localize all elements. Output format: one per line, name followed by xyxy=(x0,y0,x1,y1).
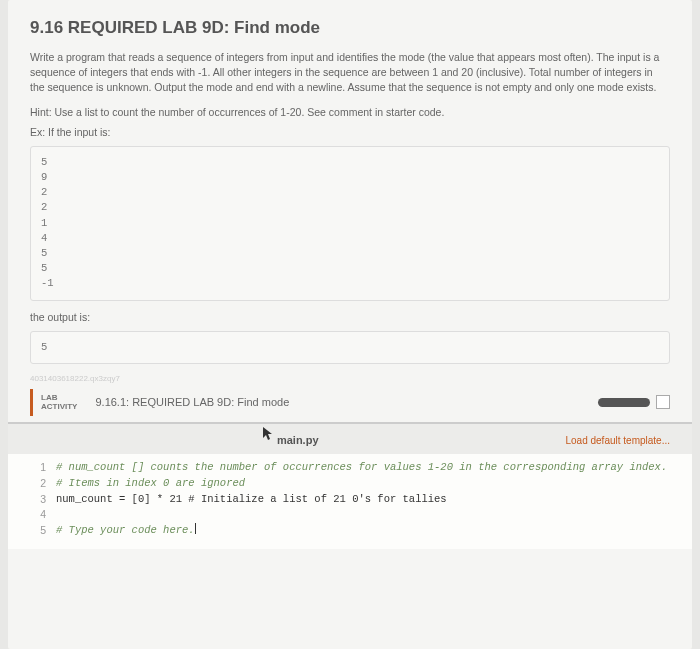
code-toolbar: main.py Load default template... xyxy=(8,424,692,454)
lab-page: 9.16 REQUIRED LAB 9D: Find mode Write a … xyxy=(8,0,692,649)
code-editor[interactable]: 1# num_count [] counts the number of occ… xyxy=(8,454,692,549)
example-input-box: 5 9 2 2 1 4 5 5 -1 xyxy=(30,146,670,301)
code-line: 2# Items in index 0 are ignored xyxy=(8,476,692,492)
lab-title: 9.16.1: REQUIRED LAB 9D: Find mode xyxy=(95,396,289,408)
lab-tab-line1: LAB xyxy=(41,393,77,403)
code-line: 1# num_count [] counts the number of occ… xyxy=(8,460,692,476)
code-line: 4 xyxy=(8,507,692,523)
code-panel: main.py Load default template... 1# num_… xyxy=(8,422,692,549)
activity-id: 4031403618222.qx3zqy7 xyxy=(30,374,670,383)
hint-text: Hint: Use a list to count the number of … xyxy=(30,106,670,118)
filename-label: main.py xyxy=(30,434,565,446)
lab-progress-group xyxy=(598,395,670,409)
cursor-icon xyxy=(262,426,274,442)
code-line: 3num_count = [0] * 21 # Initialize a lis… xyxy=(8,492,692,508)
text-caret xyxy=(195,523,196,534)
problem-description: Write a program that reads a sequence of… xyxy=(30,50,670,96)
example-output-box: 5 xyxy=(30,331,670,364)
load-template-link[interactable]: Load default template... xyxy=(565,435,670,446)
code-line: 5# Type your code here. xyxy=(8,523,692,539)
output-label: the output is: xyxy=(30,311,670,323)
lab-header-row: LAB ACTIVITY 9.16.1: REQUIRED LAB 9D: Fi… xyxy=(30,389,670,416)
lab-tab-line2: ACTIVITY xyxy=(41,402,77,412)
progress-track xyxy=(598,398,650,407)
lab-activity-tab: LAB ACTIVITY xyxy=(30,389,85,416)
page-title: 9.16 REQUIRED LAB 9D: Find mode xyxy=(30,18,670,38)
progress-score-box xyxy=(656,395,670,409)
input-label: Ex: If the input is: xyxy=(30,126,670,138)
